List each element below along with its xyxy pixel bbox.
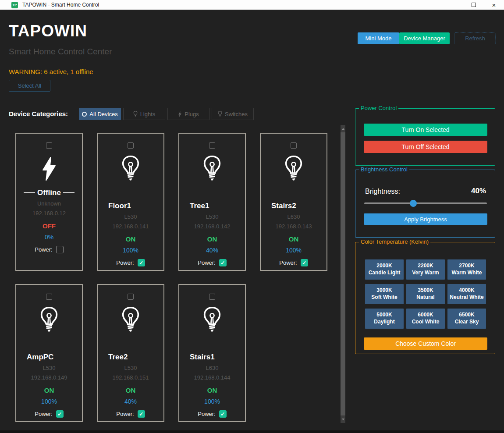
power-checkbox[interactable]: ✓ [56,410,64,418]
kelvin-name: Natural [416,294,434,301]
kelvin-preset-button[interactable]: 2000K Candle Light [365,259,404,280]
power-label: Power: [279,259,297,266]
kelvin-preset-grid: 2000K Candle Light 2200K Very Warm 2700K… [365,259,486,329]
color-temperature-group: Color Temperature (Kelvin) 2000K Candle … [355,242,495,354]
device-select-checkbox[interactable] [46,294,52,300]
kelvin-preset-button[interactable]: 5000K Daylight [365,309,404,329]
power-checkbox[interactable]: ✓ [219,259,227,266]
kelvin-preset-button[interactable]: 6500K Clear Sky [447,309,486,329]
device-name: Tree2 [108,353,128,362]
kelvin-preset-button[interactable]: 3500K Natural [406,284,445,304]
device-card: AmpPC L530 192.168.0.149 ON 100% Power: … [15,284,83,422]
device-model: L530 [206,213,219,220]
power-label: Power: [116,259,134,266]
device-select-checkbox[interactable] [128,142,134,149]
bolt-icon [178,111,182,117]
device-status: ON [207,387,217,394]
device-brightness: 100% [286,247,302,254]
device-select-checkbox[interactable] [46,142,52,149]
bulb-icon [202,155,222,182]
device-ip: 192.168.0.142 [194,223,230,230]
brightness-slider-thumb[interactable] [410,200,417,207]
device-select-checkbox[interactable] [209,142,215,149]
kelvin-name: Soft White [371,294,397,301]
device-select-checkbox[interactable] [128,294,134,300]
kelvin-name: Very Warm [412,270,439,277]
check-icon: ✓ [302,260,306,266]
kelvin-name: Clear Sky [455,319,479,326]
kelvin-name: Warm White [452,270,482,277]
kelvin-value: 3000K [376,287,392,294]
maximize-button[interactable] [464,0,484,10]
scroll-up-icon [342,128,344,130]
kelvin-preset-button[interactable]: 3000K Soft White [365,284,404,304]
mini-mode-button[interactable]: Mini Mode [358,32,399,44]
turn-on-selected-button[interactable]: Turn On Selected [364,124,487,136]
power-label: Power: [116,411,134,417]
device-select-checkbox[interactable] [209,294,215,300]
maximize-icon [472,3,476,7]
brightness-control-title: Brightness Control [359,166,409,173]
power-label: Power: [35,246,52,253]
power-checkbox[interactable]: ✓ [219,410,227,418]
device-ip: 192.168.0.151 [112,374,149,381]
refresh-button[interactable]: Refresh [454,32,496,44]
device-model: L530 [43,365,56,371]
device-model: L630 [287,213,300,220]
power-control-group: Power Control Turn On Selected Turn Off … [355,108,495,166]
scroll-up-button[interactable] [341,125,345,132]
choose-custom-color-button[interactable]: Choose Custom Color [364,337,487,350]
page-subtitle: Smart Home Control Center [9,47,112,57]
device-card: Tree2 L530 192.168.0.151 ON 40% Power: ✓ [97,284,164,422]
vertical-scrollbar [341,125,345,423]
scroll-down-button[interactable] [341,415,345,423]
power-checkbox[interactable]: ✓ [138,259,145,266]
power-checkbox[interactable]: ✓ [301,259,308,266]
apply-brightness-button[interactable]: Apply Brightness [364,213,487,225]
category-tab-label: Lights [140,111,156,117]
device-ip: 192.168.0.12 [32,210,66,216]
bulb-icon [133,111,138,117]
kelvin-name: Cool White [412,319,440,326]
kelvin-preset-button[interactable]: 2700K Warm White [447,259,486,280]
close-button[interactable]: × [484,0,504,10]
power-checkbox[interactable]: ✓ [138,410,145,418]
minimize-button[interactable] [444,0,464,10]
device-brightness: 40% [124,398,137,405]
power-checkbox[interactable]: ✓ [56,246,64,253]
category-tab-label: Switches [225,111,248,117]
kelvin-preset-button[interactable]: 6000K Cool White [406,309,445,329]
device-card: Offline Unknown 192.168.0.12 OFF 0% Powe… [15,133,83,271]
device-model: Unknown [37,200,61,207]
turn-off-selected-button[interactable]: Turn Off Selected [364,141,487,153]
color-temperature-title: Color Temperature (Kelvin) [359,238,430,245]
kelvin-name: Daylight [374,319,394,326]
device-manager-button[interactable]: Device Manager [399,32,450,44]
device-card: Floor1 L530 192.168.0.141 ON 100% Power:… [97,133,164,271]
kelvin-value: 5000K [376,312,392,319]
category-tab[interactable]: All Devices [79,108,121,120]
device-select-checkbox[interactable] [291,142,297,149]
device-ip: 192.168.0.141 [112,223,149,230]
bulb-icon [39,306,59,334]
kelvin-preset-button[interactable]: 2200K Very Warm [406,259,445,280]
category-tab[interactable]: Switches [212,108,254,120]
device-categories-label: Device Categories: [9,110,68,117]
check-icon: ✓ [220,260,225,266]
brightness-slider[interactable] [364,200,487,207]
kelvin-preset-button[interactable]: 4000K Neutral White [447,284,486,304]
category-tab[interactable]: Lights [123,108,165,120]
category-tab[interactable]: Plugs [167,108,209,120]
app-window: TAPOWIN Smart Home Control Center WARNIN… [0,10,504,433]
bulb-icon [121,306,140,334]
bulb-icon [218,111,222,117]
close-icon: × [492,2,496,8]
device-name: Stairs1 [190,353,215,362]
select-all-button[interactable]: Select All [9,80,50,92]
scrollbar-thumb[interactable] [341,132,345,415]
category-tabs: All Devices Lights [79,108,254,120]
bulb-icon [202,306,222,334]
device-name: Offline [16,188,82,197]
device-card: Stairs2 L630 192.168.0.143 ON 100% Power… [260,133,327,271]
device-status: ON [207,235,217,243]
